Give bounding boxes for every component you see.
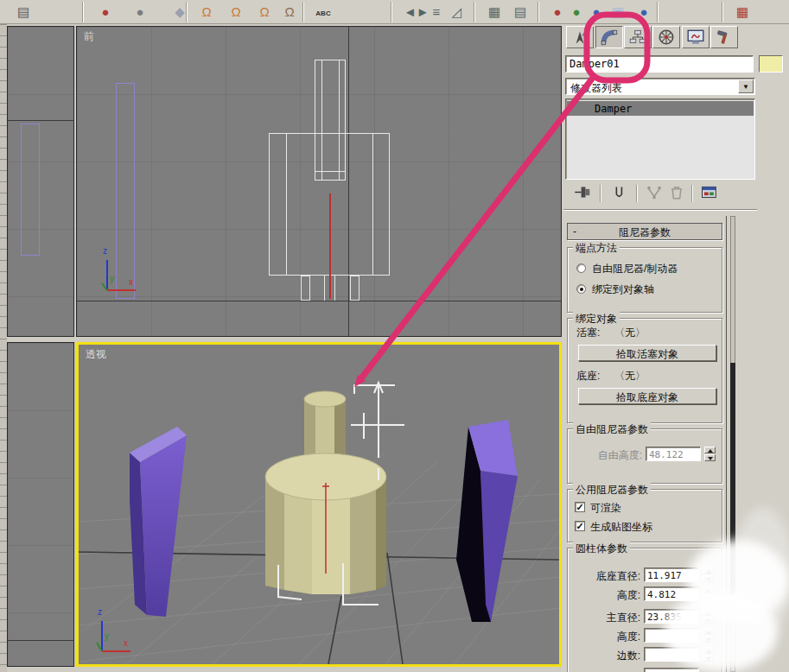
rollout-title: 阻尼器参数	[619, 226, 671, 238]
viewport-perspective[interactable]: 透视	[76, 342, 562, 667]
wire-body-facet-right	[372, 133, 373, 276]
viewport-front[interactable]: 前 z y x	[76, 26, 562, 337]
wire-foot-right	[350, 276, 360, 301]
window-icon[interactable]: ▤	[13, 1, 34, 23]
x-axis-label: x	[124, 638, 128, 648]
wire-piston	[315, 60, 346, 181]
modifier-stack-list[interactable]: Damper	[565, 98, 755, 180]
stack-item-damper[interactable]: Damper	[567, 101, 754, 116]
align-icon[interactable]: ≡	[426, 1, 447, 23]
group-bound-object: 绑定对象 活塞: 〈无〉 拾取活塞对象 底座: 〈无〉 拾取底座对象	[567, 318, 722, 423]
axis-tripod-perspective: z y x	[89, 599, 150, 660]
watermark-blob	[733, 508, 789, 633]
grid-origin-line	[8, 640, 73, 641]
prism-icon[interactable]: ◆	[169, 1, 190, 23]
wire-foot-left	[301, 276, 310, 301]
configure-modifier-sets-icon[interactable]	[700, 185, 721, 202]
object-name-field[interactable]	[565, 55, 754, 73]
layer-manager-icon[interactable]: ▤	[510, 1, 531, 23]
show-end-result-icon[interactable]	[610, 185, 631, 202]
spell-check-icon[interactable]: ABC	[313, 1, 334, 23]
cut-off-field[interactable]	[644, 668, 699, 672]
wire-shaft-right	[334, 276, 335, 301]
wire-piston-facet-left	[321, 60, 322, 181]
toolbar-separator	[691, 185, 692, 202]
renderable-checkbox[interactable]: ✓	[575, 502, 585, 512]
rollout-collapse-icon[interactable]: -	[573, 225, 576, 238]
chevron-down-icon[interactable]: ▼	[738, 79, 754, 93]
perspective-scene	[79, 345, 559, 664]
y-axis-label: y	[110, 274, 114, 283]
angle-snap-icon[interactable]: Ω	[226, 1, 246, 23]
pick-base-button[interactable]: 拾取底座对象	[578, 388, 716, 404]
group-endpoint-method: 端点方法 自由阻尼器/制动器 绑定到对象轴	[567, 247, 722, 313]
sphere-gray-icon[interactable]: ●	[130, 1, 150, 23]
toolbar-separator	[391, 2, 391, 22]
main-height-label: 高度:	[568, 630, 640, 644]
pick-piston-button[interactable]: 拾取活塞对象	[578, 345, 716, 361]
wire-shaft-left	[324, 276, 325, 301]
sides-label: 边数:	[568, 649, 640, 663]
group-title: 自由阻尼器参数	[573, 422, 651, 437]
panel-divider	[563, 209, 757, 211]
toolbar-separator	[657, 2, 658, 22]
grid-origin-horizontal	[77, 301, 561, 301]
toolbar-separator	[722, 2, 722, 22]
radio-free-damper[interactable]	[576, 263, 586, 273]
curve-editor-icon[interactable]: ◿	[446, 1, 467, 23]
viewport-label-perspective: 透视	[86, 347, 106, 362]
group-title: 圆柱体参数	[573, 542, 630, 556]
create-tab[interactable]	[566, 26, 594, 48]
percent-snap-icon[interactable]: Ω	[254, 1, 275, 23]
make-unique-icon	[645, 185, 665, 202]
bricks-icon[interactable]: ▦	[732, 1, 753, 23]
rollout-header-damper-parameters[interactable]: - 阻尼器参数	[567, 223, 722, 240]
grid-origin-line	[8, 120, 73, 121]
generate-mapping-coords-checkbox[interactable]: ✓	[575, 521, 585, 531]
main-diameter-label: 主直径:	[568, 611, 640, 625]
wire-body-facet-left	[286, 133, 287, 276]
free-height-field[interactable]: 48.122	[646, 447, 701, 461]
material-ball-icon[interactable]: ●	[95, 1, 116, 23]
wire-box-left-view	[21, 124, 40, 256]
axis-tripod-front: z y x	[94, 238, 155, 299]
trackview-ball2-icon[interactable]: ●	[566, 1, 587, 23]
trackview-ball-icon[interactable]: ●	[547, 1, 568, 23]
y-axis-label: y	[105, 631, 109, 641]
toolbar-separator	[302, 2, 303, 22]
render-icon[interactable]: ●	[633, 1, 654, 23]
utilities-tab[interactable]	[710, 26, 738, 48]
damper-axis-line	[329, 193, 331, 299]
remove-modifier-icon	[667, 185, 688, 202]
radio-label-free-damper[interactable]: 自由阻尼器/制动器	[592, 262, 678, 276]
free-height-spinner[interactable]	[704, 447, 716, 461]
spinner-snap-icon[interactable]: Ω	[279, 1, 300, 23]
display-tab[interactable]	[682, 26, 709, 48]
radio-bound-to-object-pivots[interactable]	[576, 284, 586, 294]
viewport-left-top[interactable]	[7, 26, 74, 337]
base-label: 底座:	[576, 369, 600, 384]
object-color-swatch[interactable]	[759, 55, 783, 73]
toolbar-separator	[474, 2, 474, 22]
docked-toolbar-grip[interactable]	[0, 24, 7, 672]
generate-mapping-coords-label[interactable]: 生成贴图坐标	[590, 520, 652, 535]
viewport-left-bottom[interactable]	[7, 342, 74, 667]
modifier-list-label: 修改器列表	[567, 79, 738, 93]
radio-label-bound-to-object-pivots[interactable]: 绑定到对象轴	[592, 282, 654, 297]
material-editor-icon[interactable]: ●	[586, 1, 607, 23]
z-axis-label: z	[103, 246, 107, 256]
pin-stack-icon[interactable]	[574, 185, 595, 202]
hierarchy-tab[interactable]	[624, 26, 652, 48]
toolbar-separator	[600, 185, 601, 202]
mirror-icon[interactable]: ◄►	[404, 1, 424, 23]
snap-toggle-icon[interactable]: Ω	[196, 1, 217, 23]
render-setup-icon[interactable]: ▣	[608, 1, 628, 23]
schematic-view-icon[interactable]: ▦	[484, 1, 505, 23]
modifier-list-dropdown[interactable]: 修改器列表 ▼	[565, 78, 755, 95]
motion-tab[interactable]	[652, 26, 680, 48]
modify-tab[interactable]	[595, 26, 623, 48]
wire-piston-facet-right	[339, 60, 340, 181]
toolbar-separator	[186, 2, 187, 22]
group-common-damper-parameters: 公用阻尼器参数 ✓ 可渲染 ✓ 生成贴图坐标	[567, 489, 722, 542]
renderable-label[interactable]: 可渲染	[590, 501, 621, 516]
